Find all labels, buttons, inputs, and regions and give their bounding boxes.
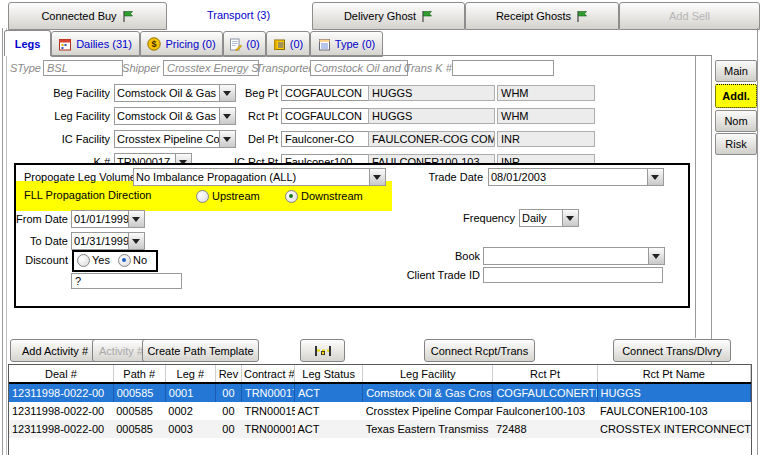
side-tab-main[interactable]: Main [715, 60, 757, 82]
window-left-inner-border [6, 28, 7, 455]
trade-date-combo[interactable]: 08/01/2003 [488, 168, 664, 186]
rct-pt-field[interactable]: COGFAULCON [281, 108, 369, 124]
side-tab-addl[interactable]: Addl. [715, 84, 757, 108]
dropdown-arrow-icon[interactable] [648, 248, 664, 264]
rct-pt-name-field: HUGGS [368, 108, 495, 124]
tab-dailies-label: Dailies (31) [76, 38, 132, 50]
tab-type[interactable]: Type (0) [310, 31, 383, 57]
ic-facility-label: IC Facility [8, 133, 110, 146]
dropdown-arrow-icon[interactable] [647, 169, 663, 185]
rct-pt-label: Rct Pt [236, 110, 278, 123]
col-leg: Leg # [165, 365, 215, 383]
beg-pt-uom-field: WHM [497, 85, 595, 101]
window-left-border [2, 28, 3, 455]
beg-pt-field[interactable]: COGFAULCON [281, 85, 369, 101]
ic-facility-combo[interactable]: Crosstex Pipeline Comp [114, 130, 236, 148]
tab-ledger-label: (0) [290, 38, 303, 50]
to-date-label: To Date [16, 235, 68, 248]
del-pt-field[interactable]: Faulconer-CO [281, 131, 369, 147]
propogate-leg-volumes-combo[interactable]: No Imbalance Propagation (ALL) [133, 168, 386, 186]
tab-legs[interactable]: Legs [4, 30, 51, 56]
leg-facility-combo[interactable]: Comstock Oil & Gas Cro [114, 107, 236, 125]
side-tab-nom[interactable]: Nom [715, 110, 757, 132]
client-trade-id-label: Client Trade ID [406, 269, 480, 282]
col-deal: Deal # [9, 365, 113, 383]
shipper-field[interactable]: Crosstex Energy Serv [163, 60, 259, 76]
tab-add-sell: Add Sell [619, 2, 760, 30]
beg-facility-combo[interactable]: Comstock Oil & Gas Cro [114, 84, 236, 102]
dollar-coin-icon: $ [147, 37, 161, 51]
green-flag-icon [121, 10, 134, 23]
tab-delivery-ghost-label: Delivery Ghost [344, 10, 416, 22]
connect-rcpt-trans-button[interactable]: Connect Rcpt/Trans [424, 339, 535, 362]
tab-ledger[interactable]: (0) [266, 31, 310, 57]
subtab-baseline [6, 55, 712, 56]
form-panel-right-border [695, 56, 696, 338]
frequency-combo[interactable]: Daily [519, 209, 579, 227]
add-activity-button[interactable]: Add Activity # [10, 339, 100, 362]
discount-label: Discount [16, 254, 68, 267]
transporter-label: Transporter [256, 62, 306, 75]
from-date-combo[interactable]: 01/01/1999 [71, 210, 145, 228]
discount-yes-radio[interactable] [77, 254, 90, 267]
fll-downstream-label: Downstream [301, 190, 363, 203]
beg-pt-label: Beg Pt [236, 87, 278, 100]
discount-value-field[interactable]: ? [71, 273, 182, 289]
fll-downstream-radio[interactable] [285, 190, 298, 203]
tab-delivery-ghost[interactable]: Delivery Ghost [312, 2, 465, 30]
tab-connected-buy[interactable]: Connected Buy [8, 2, 167, 30]
discount-no-radio[interactable] [118, 254, 131, 267]
green-flag-icon [420, 10, 433, 23]
book-combo[interactable] [483, 247, 665, 265]
dropdown-arrow-icon[interactable] [128, 233, 144, 249]
tab-notes[interactable]: (0) [223, 31, 266, 57]
table-row[interactable]: 12311998-0022-00 000585 0002 00 TRN00015… [9, 402, 751, 420]
table-header-row: Deal # Path # Leg # Rev Contract # Leg S… [9, 365, 751, 383]
dropdown-arrow-icon[interactable] [562, 210, 578, 226]
transport-legs-window: Connected Buy Transport (3) Delivery Gho… [0, 0, 760, 455]
dropdown-arrow-icon[interactable] [219, 131, 235, 147]
from-date-label: From Date [16, 213, 68, 226]
tab-legs-label: Legs [15, 38, 41, 50]
dropdown-arrow-icon[interactable] [369, 169, 385, 185]
trans-k-field[interactable] [452, 60, 554, 76]
notepad-pencil-icon [229, 38, 242, 51]
calendar-icon [59, 38, 72, 51]
to-date-combo[interactable]: 01/31/1999 [71, 232, 145, 250]
stype-label: SType [10, 62, 40, 75]
fll-upstream-radio[interactable] [196, 190, 209, 203]
client-trade-id-field[interactable] [483, 267, 663, 283]
tab-transport-label: Transport (3) [207, 9, 270, 21]
col-rev: Rev [215, 365, 241, 383]
connect-trans-dlvry-button[interactable]: Connect Trans/Dlvry [613, 339, 731, 362]
discount-yes-label: Yes [92, 254, 110, 267]
col-leg-status: Leg Status [295, 365, 363, 383]
notepad-icon [318, 38, 331, 51]
col-path: Path # [113, 365, 165, 383]
del-pt-uom-field: INR [497, 131, 595, 147]
tab-add-sell-label: Add Sell [669, 10, 710, 22]
leg-facility-label: Leg Facility [8, 110, 110, 123]
dropdown-arrow-icon[interactable] [219, 108, 235, 124]
window-right-border [757, 28, 758, 455]
tab-connected-buy-label: Connected Buy [41, 10, 116, 22]
tab-pricing[interactable]: $ Pricing (0) [140, 31, 223, 57]
tab-pricing-label: Pricing (0) [165, 38, 215, 50]
dropdown-arrow-icon[interactable] [219, 85, 235, 101]
create-path-template-button[interactable]: Create Path Template [142, 339, 259, 362]
transporter-field[interactable]: Comstock Oil and Gas [310, 60, 408, 76]
path-links-button[interactable] [300, 339, 345, 362]
dropdown-arrow-icon[interactable] [128, 211, 144, 227]
book-label: Book [440, 250, 480, 263]
side-tab-risk[interactable]: Risk [715, 133, 757, 155]
tab-dailies[interactable]: Dailies (31) [51, 31, 140, 57]
rct-pt-uom-field: WHM [497, 108, 595, 124]
table-row[interactable]: 12311998-0022-00 000585 0003 00 TRN00001… [9, 420, 751, 438]
tab-transport[interactable]: Transport (3) [167, 2, 310, 28]
tab-notes-label: (0) [246, 38, 259, 50]
frequency-label: Frequency [460, 212, 515, 225]
beg-pt-name-field: HUGGS [368, 85, 495, 101]
tab-receipt-ghosts[interactable]: Receipt Ghosts [465, 2, 619, 30]
table-row-selected[interactable]: 12311998-0022-00 000585 0001 00 TRN00017… [9, 383, 751, 402]
stype-field[interactable]: BSL [43, 60, 123, 76]
